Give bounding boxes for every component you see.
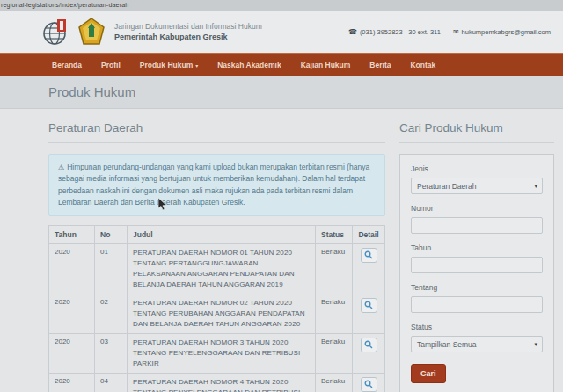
nav-item-naskah-akademik[interactable]: Naskah Akademik: [209, 57, 289, 73]
sidebar-heading: Cari Produk Hukum: [399, 121, 554, 143]
cell-no: 02: [95, 294, 128, 333]
cari-button[interactable]: Cari: [411, 364, 446, 383]
jenis-selected-value: Peraturan Daerah: [417, 182, 477, 191]
status-select[interactable]: Tampilkan Semua ▾: [411, 336, 543, 352]
search-icon: [364, 340, 373, 349]
warning-icon: ⚠: [58, 163, 64, 171]
cell-tahun: 2020: [49, 333, 95, 373]
table-row: 2020 01 PERATURAN DAERAH NOMOR 01 TAHUN …: [49, 243, 385, 294]
jenis-label: Jenis: [411, 164, 543, 173]
cell-judul: PERATURAN DAERAH NOMOR 3 TAHUN 2020 TENT…: [128, 333, 316, 373]
page-title-band: Produk Hukum: [0, 76, 563, 109]
site-brand: Jaringan Dokumentasi dan Informasi Hukum…: [114, 22, 262, 41]
header-contact: ☎(031) 3952823 - 30 ext. 311 ✉hukumpemka…: [348, 28, 551, 36]
search-sidebar: Cari Produk Hukum Jenis Peraturan Daerah…: [399, 121, 554, 392]
jenis-select[interactable]: Peraturan Daerah ▾: [411, 178, 543, 194]
tentang-input[interactable]: [411, 296, 543, 313]
search-icon: [364, 301, 373, 309]
nav-item-kajian-hukum[interactable]: Kajian Hukum: [293, 57, 359, 73]
cell-status: Berlaku: [316, 373, 353, 392]
main-nav: Beranda Profil Produk Hukum▾ Naskah Akad…: [0, 53, 563, 76]
phone-contact: ☎(031) 3952823 - 30 ext. 311: [348, 28, 441, 36]
search-icon: [364, 250, 373, 259]
content: Peraturan Daerah ⚠Himpunan perundang-und…: [0, 109, 563, 392]
cell-judul: PERATURAN DAERAH NOMOR 4 TAHUN 2020 TENT…: [128, 373, 316, 392]
col-header-judul[interactable]: Judul: [128, 225, 316, 243]
regulations-table: Tahun No Judul Status Detail 2020 01 PER…: [48, 225, 385, 392]
search-panel: Jenis Peraturan Daerah ▾ Nomor Tahun Ten…: [399, 154, 554, 392]
search-icon: [364, 380, 373, 388]
chevron-down-icon: ▾: [195, 63, 198, 69]
detail-button[interactable]: [361, 377, 377, 392]
status-selected-value: Tampilkan Semua: [417, 340, 477, 349]
cell-judul: PERATURAN DAERAH NOMOR 02 TAHUN 2020 TEN…: [128, 294, 316, 333]
email-contact[interactable]: ✉hukumpemkabgrs@gmail.com: [453, 28, 551, 36]
tahun-label: Tahun: [411, 243, 543, 252]
phone-number: (031) 3952823 - 30 ext. 311: [360, 28, 441, 36]
chevron-down-icon: ▾: [534, 183, 537, 190]
nav-item-beranda[interactable]: Beranda: [44, 57, 90, 73]
nav-item-profil[interactable]: Profil: [93, 57, 128, 73]
detail-button[interactable]: [361, 298, 377, 313]
phone-icon: ☎: [348, 28, 357, 36]
detail-button[interactable]: [361, 248, 377, 263]
cell-no: 01: [95, 243, 128, 294]
tahun-input[interactable]: [411, 257, 543, 273]
cell-status: Berlaku: [316, 333, 353, 373]
nav-item-berita[interactable]: Berita: [362, 57, 398, 73]
table-row: 2020 03 PERATURAN DAERAH NOMOR 3 TAHUN 2…: [49, 333, 385, 373]
col-header-tahun[interactable]: Tahun: [49, 225, 95, 243]
detail-button[interactable]: [361, 338, 377, 352]
cell-tahun: 2020: [49, 243, 95, 294]
logo-group: [42, 18, 106, 46]
col-header-status[interactable]: Status: [316, 225, 353, 243]
email-address: hukumpemkabgrs@gmail.com: [462, 28, 551, 36]
col-header-detail[interactable]: Detail: [353, 225, 385, 243]
site-header: Jaringan Dokumentasi dan Informasi Hukum…: [0, 11, 563, 53]
nav-item-produk-hukum-label: Produk Hukum: [140, 61, 193, 69]
table-row: 2020 04 PERATURAN DAERAH NOMOR 4 TAHUN 2…: [49, 373, 385, 392]
col-header-no[interactable]: No: [95, 225, 128, 243]
jdih-globe-logo: [42, 18, 70, 46]
table-row: 2020 02 PERATURAN DAERAH NOMOR 02 TAHUN …: [49, 294, 385, 333]
tentang-label: Tentang: [411, 283, 543, 292]
nav-item-kontak[interactable]: Kontak: [402, 57, 443, 73]
nomor-label: Nomor: [411, 204, 543, 213]
status-label: Status: [411, 323, 543, 331]
table-header-row: Tahun No Judul Status Detail: [49, 225, 385, 243]
cell-status: Berlaku: [316, 243, 353, 294]
cell-tahun: 2020: [49, 294, 95, 333]
gresik-regency-seal: [77, 18, 106, 46]
cell-tahun: 2020: [49, 373, 95, 392]
cell-no: 03: [95, 333, 128, 373]
cell-judul: PERATURAN DAERAH NOMOR 01 TAHUN 2020 TEN…: [128, 243, 316, 294]
cell-status: Berlaku: [316, 294, 353, 333]
disclaimer-text: Himpunan perundang-undangan yang kami up…: [58, 163, 369, 207]
nav-item-produk-hukum[interactable]: Produk Hukum▾: [132, 57, 206, 73]
section-heading: Peraturan Daerah: [48, 121, 385, 143]
email-icon: ✉: [453, 28, 459, 36]
site-title: Jaringan Dokumentasi dan Informasi Hukum: [114, 22, 262, 31]
chevron-down-icon: ▾: [534, 341, 537, 348]
cell-no: 04: [95, 373, 128, 392]
page-title: Produk Hukum: [48, 84, 135, 99]
browser-url[interactable]: regional-legislations/index/peraturan-da…: [0, 0, 563, 11]
site-subtitle: Pemerintah Kabupaten Gresik: [114, 33, 262, 41]
main-column: Peraturan Daerah ⚠Himpunan perundang-und…: [48, 121, 385, 392]
disclaimer-alert: ⚠Himpunan perundang-undangan yang kami u…: [48, 154, 385, 216]
nomor-input[interactable]: [411, 217, 543, 234]
